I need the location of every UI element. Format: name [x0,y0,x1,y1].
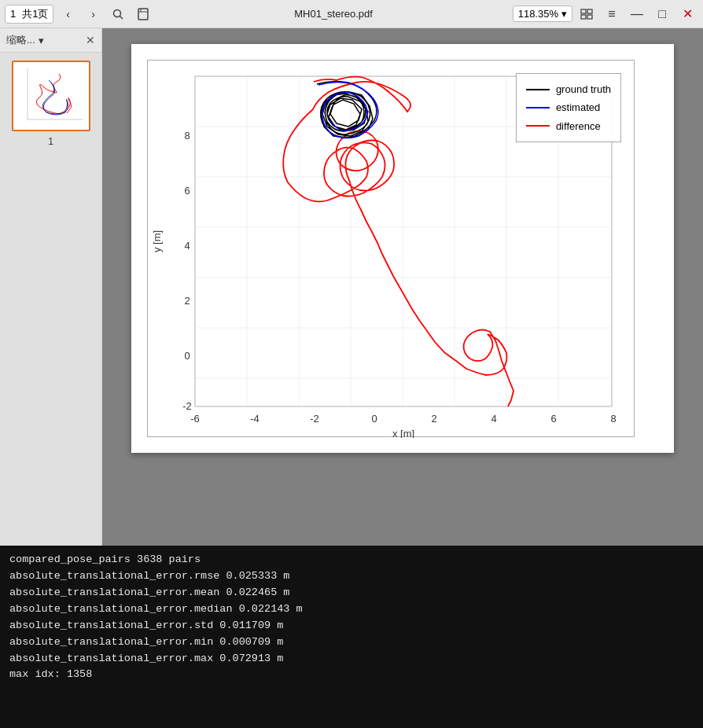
prev-page-button[interactable]: ‹ [57,3,79,25]
svg-text:-6: -6 [190,413,200,425]
svg-text:4: 4 [491,413,496,425]
terminal-key-2: absolute_translational_error.mean [9,586,226,598]
sidebar-close-button[interactable]: ✕ [86,34,95,46]
terminal-key-0: compared_pose_pairs [9,553,137,565]
svg-text:x [m]: x [m] [392,428,414,438]
terminal-value-4: 0.011709 m [219,620,283,631]
view-icon [580,9,593,20]
document-title: MH01_stereo.pdf [157,8,509,20]
svg-text:0: 0 [371,413,377,425]
terminal-key-7: max idx: [9,668,67,680]
close-button[interactable]: ✕ [676,3,698,25]
bookmark-icon [138,8,149,20]
search-button[interactable] [107,3,129,25]
svg-text:-2: -2 [310,413,319,425]
terminal-value-6: 0.072913 m [219,653,283,664]
terminal-line-6: absolute_translational_error.max 0.07291… [9,651,694,667]
pdf-page: ground truth estimated difference [131,44,674,453]
svg-text:6: 6 [184,185,190,197]
terminal-value-7: 1358 [67,668,92,680]
terminal-value-1: 0.025333 m [226,570,289,582]
terminal-line-5: absolute_translational_error.min 0.00070… [9,634,694,651]
terminal-key-3: absolute_translational_error.median [9,603,239,615]
svg-rect-8 [587,15,592,19]
legend-item-difference: difference [526,117,611,135]
svg-text:y [m]: y [m] [151,230,163,252]
svg-text:8: 8 [184,130,190,142]
svg-text:6: 6 [550,413,556,425]
restore-button[interactable]: □ [651,3,673,25]
minimize-button[interactable]: — [626,3,648,25]
terminal-line-4: absolute_translational_error.std 0.01170… [9,618,694,634]
terminal-key-6: absolute_translational_error.max [9,653,219,664]
terminal-key-4: absolute_translational_error.std [9,620,219,631]
sidebar: 缩略... ▾ ✕ 1 [0,28,102,546]
svg-text:-2: -2 [182,400,192,412]
legend-item-ground-truth: ground truth [526,80,611,98]
legend-label-ground-truth: ground truth [556,80,611,98]
thumbnail-preview [16,64,86,127]
svg-rect-2 [138,9,148,20]
next-page-button[interactable]: › [82,3,104,25]
svg-rect-7 [581,15,586,19]
zoom-dropdown-icon: ▾ [561,8,567,20]
page-info: 1 共1页 [5,5,53,24]
sidebar-toggle[interactable]: 缩略... ▾ [6,33,44,47]
thumbnail-label: 1 [48,136,53,147]
ground-truth-line [526,89,550,90]
zoom-control[interactable]: 118.35% ▾ [513,6,572,22]
page-thumbnail[interactable] [12,61,90,131]
terminal-value-5: 0.000709 m [219,636,283,648]
terminal-key-1: absolute_translational_error.rmse [9,570,226,582]
terminal-line-0: compared_pose_pairs 3638 pairs [9,552,694,568]
thumbnail-area: 1 [0,53,101,155]
svg-text:0: 0 [184,350,190,362]
menu-button[interactable]: ≡ [601,3,623,25]
svg-rect-5 [581,9,586,13]
page-current: 1 [10,8,16,20]
svg-rect-6 [587,9,592,13]
svg-text:4: 4 [184,240,190,252]
main-area: 缩略... ▾ ✕ 1 [0,28,703,546]
legend-label-difference: difference [556,117,601,135]
difference-line [526,125,550,127]
terminal-key-5: absolute_translational_error.min [9,636,219,648]
terminal-line-2: absolute_translational_error.mean 0.0224… [9,585,694,601]
legend-item-estimated: estimated [526,98,611,116]
terminal: compared_pose_pairs 3638 pairs absolute_… [0,546,703,728]
svg-text:2: 2 [431,413,436,425]
svg-text:8: 8 [610,413,616,425]
terminal-value-2: 0.022465 m [226,586,289,598]
chart-legend: ground truth estimated difference [516,73,621,142]
svg-line-1 [120,16,123,19]
svg-text:2: 2 [184,295,190,307]
sidebar-header: 缩略... ▾ ✕ [0,28,101,53]
pdf-content: ground truth estimated difference [102,28,703,546]
sidebar-dropdown-icon: ▾ [39,35,44,46]
svg-point-0 [114,9,121,17]
sidebar-label: 缩略... [6,33,35,47]
terminal-line-3: absolute_translational_error.median 0.02… [9,601,694,618]
terminal-value-3: 0.022143 m [239,603,303,615]
chart-container: ground truth estimated difference [147,60,635,437]
terminal-line-7: max idx: 1358 [9,667,694,683]
estimated-line [526,107,550,108]
page-total: 共1页 [22,7,48,21]
search-icon [112,9,123,20]
toolbar: 1 共1页 ‹ › MH01_stereo.pdf 118.35% ▾ ≡ — … [0,0,703,28]
svg-text:-4: -4 [250,413,259,425]
view-options-button[interactable] [576,3,598,25]
legend-label-estimated: estimated [556,98,600,116]
bookmark-button[interactable] [132,3,154,25]
terminal-value-0: 3638 pairs [137,553,201,565]
zoom-value: 118.35% [518,8,558,20]
terminal-line-1: absolute_translational_error.rmse 0.0253… [9,568,694,585]
